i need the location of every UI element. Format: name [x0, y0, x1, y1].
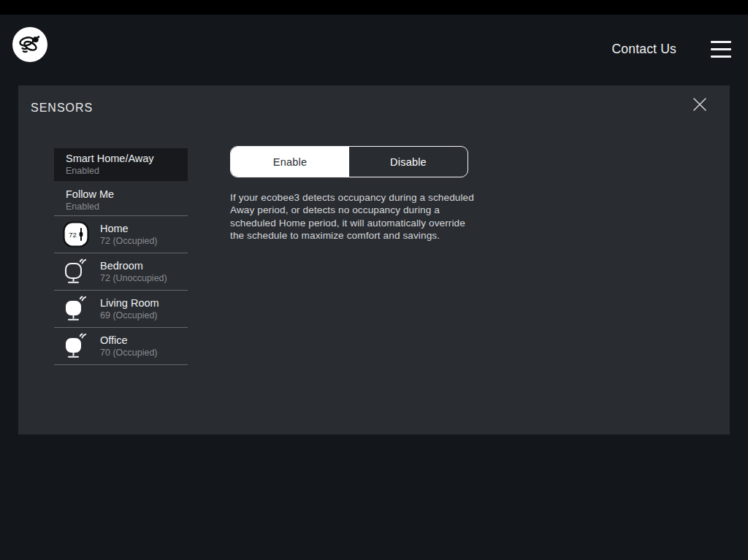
svg-text:72: 72: [69, 231, 77, 239]
sensor-list-item-smart-home-away[interactable]: Smart Home/Away Enabled: [54, 148, 188, 181]
list-item-subtitle: 72 (Unoccupied): [100, 272, 167, 284]
detail-pane: Enable Disable If your ecobee3 detects o…: [230, 146, 508, 242]
list-item-subtitle: 72 (Occupied): [100, 235, 158, 247]
sensors-panel: SENSORS Smart Home/Away Enabled Follow M…: [18, 85, 730, 434]
list-item-title: Living Room: [100, 296, 159, 310]
bee-icon: [14, 28, 46, 61]
hamburger-bar: [711, 41, 731, 43]
page-title: SENSORS: [31, 101, 93, 115]
sensor-filled-icon: [63, 294, 89, 323]
close-icon[interactable]: [688, 93, 711, 116]
list-item-title: Follow Me: [66, 188, 188, 201]
sensor-filled-icon: [63, 331, 89, 361]
list-item-title: Smart Home/Away: [66, 152, 188, 165]
description-text: If your ecobee3 detects occupancy during…: [230, 191, 478, 242]
enable-disable-toggle: Enable Disable: [230, 146, 468, 177]
list-item-subtitle: 70 (Occupied): [100, 347, 158, 358]
list-item-title: Office: [100, 334, 158, 347]
page: Contact Us SENSORS Smart Home/Away Enabl…: [0, 0, 748, 560]
list-item-subtitle: Enabled: [66, 165, 188, 177]
sensor-outline-icon: [63, 257, 89, 286]
list-item-title: Bedroom: [100, 259, 167, 272]
disable-button[interactable]: Disable: [349, 147, 468, 177]
sensor-list-item-home[interactable]: 72 Home 72 (Occupied): [54, 216, 188, 253]
hamburger-bar: [711, 48, 731, 50]
hamburger-menu-icon[interactable]: [711, 41, 731, 58]
sensor-list: Smart Home/Away Enabled Follow Me Enable…: [54, 148, 188, 365]
ecobee-logo[interactable]: [12, 27, 47, 62]
list-item-subtitle: 69 (Occupied): [100, 310, 159, 321]
enable-button[interactable]: Enable: [231, 147, 349, 177]
sensor-list-item-bedroom[interactable]: Bedroom 72 (Unoccupied): [54, 253, 188, 291]
list-item-title: Home: [100, 222, 158, 235]
sensor-list-item-living-room[interactable]: Living Room 69 (Occupied): [54, 291, 188, 328]
top-strip: [0, 0, 748, 15]
sensor-list-item-follow-me[interactable]: Follow Me Enabled: [54, 181, 188, 216]
list-item-subtitle: Enabled: [66, 201, 188, 212]
sensor-list-item-office[interactable]: Office 70 (Occupied): [54, 328, 188, 365]
hamburger-bar: [711, 55, 731, 58]
thermostat-icon: 72: [63, 220, 89, 249]
contact-us-link[interactable]: Contact Us: [611, 41, 676, 57]
